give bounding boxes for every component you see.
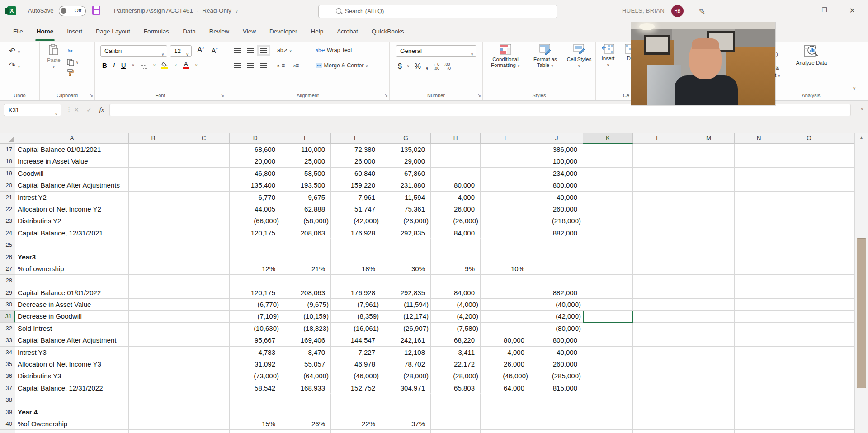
cell-G21[interactable]: 11,594 [381,192,431,203]
cell-N36[interactable] [735,370,783,382]
row-header-21[interactable]: 21 [0,192,15,203]
cell-A36[interactable]: Distributins Y3 [15,370,129,382]
cell-A30[interactable]: Decrease in Asset Value [15,299,129,311]
cell-L19[interactable] [633,168,683,179]
cell-K25[interactable] [583,239,633,251]
font-name-select[interactable]: Calibri∨ [100,45,167,57]
cell-A37[interactable]: Capital Balance, 12/31/2022 [15,382,129,394]
font-color-chevron-icon[interactable]: ∨ [195,63,198,67]
cell-E32[interactable]: (18,823) [281,323,331,334]
undo-icon[interactable]: ↶ ∨ [9,46,20,56]
align-left-icon[interactable] [234,63,241,68]
cell-partial34[interactable] [835,347,854,358]
cell-N20[interactable] [735,179,783,191]
cell-D18[interactable]: 20,000 [230,155,281,167]
cell-D23[interactable]: (66,000) [230,215,281,227]
cell-N34[interactable] [735,347,783,358]
cell-K30[interactable] [583,299,633,311]
cell-K22[interactable] [583,203,633,215]
cell-B40[interactable] [129,418,178,430]
cell-O27[interactable] [783,263,835,275]
cell-partial18[interactable] [835,155,854,167]
cell-L28[interactable] [633,275,683,287]
cell-K17[interactable] [583,144,633,155]
cell-H29[interactable]: 84,000 [431,287,481,299]
cell-H34[interactable]: 3,411 [431,347,481,358]
cell-A33[interactable]: Capital Balance After Adjustment [15,334,129,346]
cell-C24[interactable] [178,227,230,239]
cell-O23[interactable] [783,215,835,227]
cell-I32[interactable] [481,323,530,334]
cell-C37[interactable] [178,382,230,394]
cell-A18[interactable]: Increase in Asset Value [15,155,129,167]
row-header-38[interactable]: 38 [0,394,15,406]
cell-D37[interactable]: 58,542 [230,382,281,394]
cell-O39[interactable] [783,406,835,418]
row-header-34[interactable]: 34 [0,347,15,358]
cell-M21[interactable] [683,192,735,203]
cell-J33[interactable]: 800,000 [530,334,583,346]
cell-C30[interactable] [178,299,230,311]
cell-M19[interactable] [683,168,735,179]
cell-L24[interactable] [633,227,683,239]
cell-A26[interactable]: Year3 [15,251,129,263]
cell-D20[interactable]: 135,400 [230,179,281,191]
cell-H28[interactable] [431,275,481,287]
cell-H31[interactable]: (4,200) [431,311,481,322]
cell-L20[interactable] [633,179,683,191]
cell-J37[interactable]: 815,000 [530,382,583,394]
cell-F32[interactable]: (16,061) [331,323,381,334]
cell-partial20[interactable] [835,179,854,191]
cell-E18[interactable]: 25,000 [281,155,331,167]
cell-J21[interactable]: 40,000 [530,192,583,203]
orientation-icon[interactable]: ab↗ ∨ [277,47,292,53]
cell-A25[interactable] [15,239,129,251]
cell-C39[interactable] [178,406,230,418]
cell-K37[interactable] [583,382,633,394]
cell-C35[interactable] [178,358,230,370]
wrap-text-button[interactable]: ab↩ Wrap Text [316,47,352,53]
cell-C18[interactable] [178,155,230,167]
format-as-table-button[interactable]: Format as Table ∨ [528,44,562,69]
cell-B37[interactable] [129,382,178,394]
autosave-toggle[interactable]: Off [59,6,86,16]
cell-A32[interactable]: Sold Intrest [15,323,129,334]
cell-H21[interactable]: 4,000 [431,192,481,203]
cell-D31[interactable]: (7,109) [230,311,281,322]
cell-O26[interactable] [783,251,835,263]
cell-F20[interactable]: 159,220 [331,179,381,191]
cell-F36[interactable]: (46,000) [331,370,381,382]
cell-A34[interactable]: Intrest Y3 [15,347,129,358]
cell-A38[interactable] [15,394,129,406]
cell-A22[interactable]: Allocation of Net Income Y2 [15,203,129,215]
column-header-J[interactable]: J [530,133,583,144]
cell-H17[interactable] [431,144,481,155]
cell-E23[interactable]: (58,000) [281,215,331,227]
cell-M29[interactable] [683,287,735,299]
cell-M40[interactable] [683,418,735,430]
cell-G41[interactable] [381,430,431,433]
row-header-25[interactable]: 25 [0,239,15,251]
cell-K31[interactable] [583,311,633,322]
cell-E36[interactable]: (64,000) [281,370,331,382]
avatar[interactable]: HB [671,5,684,17]
restore-button[interactable]: ❐ [821,6,827,14]
cell-I28[interactable] [481,275,530,287]
italic-icon[interactable]: I [113,61,115,69]
cell-C36[interactable] [178,370,230,382]
cell-B21[interactable] [129,192,178,203]
cell-B26[interactable] [129,251,178,263]
cell-F23[interactable]: (42,000) [331,215,381,227]
cell-O20[interactable] [783,179,835,191]
cell-J39[interactable] [530,406,583,418]
cell-G19[interactable]: 67,860 [381,168,431,179]
align-middle-icon[interactable] [247,48,254,53]
cell-N27[interactable] [735,263,783,275]
cell-B31[interactable] [129,311,178,322]
cell-L29[interactable] [633,287,683,299]
cell-B19[interactable] [129,168,178,179]
cell-B27[interactable] [129,263,178,275]
cell-E41[interactable] [281,430,331,433]
cell-I26[interactable] [481,251,530,263]
cell-H19[interactable] [431,168,481,179]
